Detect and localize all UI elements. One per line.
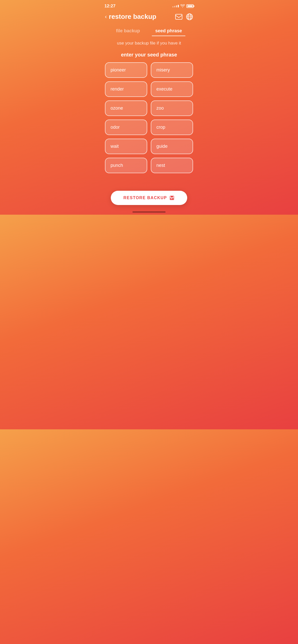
home-indicator: [132, 211, 166, 213]
seed-word-1[interactable]: pioneer: [105, 62, 147, 78]
tab-file-backup[interactable]: file backup: [108, 26, 147, 36]
status-icons: [172, 4, 194, 8]
svg-rect-7: [171, 196, 173, 198]
section-title: enter your seed phrase: [104, 52, 194, 58]
seed-word-2[interactable]: misery: [151, 62, 193, 78]
seed-word-3[interactable]: render: [105, 81, 147, 97]
seed-word-7[interactable]: odor: [105, 120, 147, 135]
seed-word-9[interactable]: wait: [105, 139, 147, 154]
page-title: restore backup: [109, 13, 156, 21]
tab-seed-phrase[interactable]: seed phrase: [147, 26, 189, 36]
svg-rect-9: [171, 198, 172, 199]
seed-word-12[interactable]: nest: [151, 158, 193, 173]
header: ‹ restore backup: [99, 10, 199, 24]
subtitle-text: use your backup file if you have it: [104, 41, 194, 46]
signal-icon: [172, 5, 179, 7]
status-bar: 12:27: [99, 0, 199, 10]
wifi-icon: [180, 4, 185, 8]
save-icon: [169, 195, 174, 200]
seed-word-11[interactable]: punch: [105, 158, 147, 173]
seed-phrase-grid: pioneermiseryrenderexecuteozonezooodorcr…: [99, 62, 199, 173]
restore-button-label: RESTORE BACKUP: [124, 196, 167, 200]
seed-word-5[interactable]: ozone: [105, 100, 147, 116]
seed-word-8[interactable]: crop: [151, 120, 193, 135]
mail-icon[interactable]: [175, 14, 182, 20]
restore-backup-button[interactable]: RESTORE BACKUP: [111, 191, 187, 205]
globe-icon[interactable]: [186, 13, 193, 20]
back-button[interactable]: ‹: [105, 13, 107, 20]
restore-button-container: RESTORE BACKUP: [99, 191, 199, 205]
seed-word-4[interactable]: execute: [151, 81, 193, 97]
status-time: 12:27: [104, 4, 115, 9]
seed-word-6[interactable]: zoo: [151, 100, 193, 116]
header-actions: [175, 13, 193, 20]
tabs: file backup seed phrase: [99, 26, 199, 36]
seed-word-10[interactable]: guide: [151, 139, 193, 154]
battery-icon: [186, 4, 194, 8]
svg-rect-0: [175, 14, 182, 19]
header-left: ‹ restore backup: [105, 13, 156, 21]
